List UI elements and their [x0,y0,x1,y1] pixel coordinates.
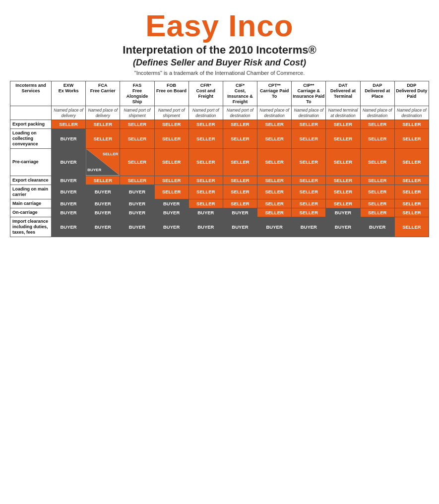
row-label: Loading on collecting conveyance [10,129,52,148]
table-cell: BUYER [257,217,292,237]
table-cell: SELLER [120,176,154,185]
table-row: Pre-carriageBUYER BUYER SELLER SELLERSEL… [10,148,429,176]
table-cell: BUYER [223,217,257,237]
table-cell: SELLER [188,120,223,128]
row-label: Loading on main carrier [10,185,52,199]
table-cell: SELLER [257,148,292,176]
table-cell: BUYER [120,199,154,208]
table-cell: SELLER [257,185,292,199]
table-cell: SELLER [154,176,188,185]
table-cell: SELLER [223,185,257,199]
subtitle: Interpretation of the 2010 Incoterms® [123,44,316,57]
table-cell: SELLER [120,120,154,128]
table-cell: SELLER [223,129,257,148]
sub-header-exw: Named place of delivery [52,106,86,120]
table-cell: SELLER [188,199,223,208]
table-cell: BUYER [52,148,86,176]
row-label: Import clearance including duties, taxes… [10,217,52,237]
table-cell: BUYER SELLER [86,148,120,176]
table-cell: SELLER [257,120,292,128]
table-cell: SELLER [86,120,120,128]
table-cell: BUYER [120,217,154,237]
table-cell: BUYER [326,217,360,237]
table-cell: SELLER [360,185,394,199]
row-label: On-carriage [10,208,52,217]
table-cell: BUYER [154,208,188,217]
table-cell: BUYER [86,185,120,199]
sub-header-fas: Named port of shipment [120,106,154,120]
column-header-row: Incoterms and Services EXWEx Works FCAFr… [10,81,429,106]
sub-header-dap: Named place of destination [360,106,394,120]
col-header-ddp: DDPDelivered Duty Paid [394,81,429,106]
table-row: On-carriageBUYERBUYERBUYERBUYERBUYERBUYE… [10,208,429,217]
sub-header-fob: Named port of shipment [154,106,188,120]
table-cell: SELLER [188,176,223,185]
table-cell: SELLER [223,148,257,176]
table-cell: BUYER [52,176,86,185]
table-cell: SELLER [120,129,154,148]
incoterms-table: Incoterms and Services EXWEx Works FCAFr… [10,81,429,237]
table-cell: SELLER [394,129,429,148]
table-cell: SELLER [292,208,326,217]
table-cell: SELLER [154,129,188,148]
table-cell: SELLER [154,148,188,176]
table-cell: SELLER [394,185,429,199]
table-cell: SELLER [292,176,326,185]
table-cell: SELLER [86,129,120,148]
sub-header-row: Named place of delivery Named place of d… [10,106,429,120]
table-row: Export packingSELLERSELLERSELLERSELLERSE… [10,120,429,128]
col-header-fca: FCAFree Carrier [86,81,120,106]
table-cell: SELLER [394,199,429,208]
table-cell: BUYER [292,217,326,237]
table-cell: BUYER [120,185,154,199]
table-cell: SELLER [188,129,223,148]
subtitle-italic: (Defines Seller and Buyer Risk and Cost) [133,58,306,68]
table-row: Loading on collecting conveyanceBUYERSEL… [10,129,429,148]
sub-header-dat: Named terminal at destination [326,106,360,120]
table-cell: SELLER [120,148,154,176]
table-cell: SELLER [292,148,326,176]
page-title: Easy Inco [145,9,293,43]
table-cell: SELLER [292,185,326,199]
table-cell: SELLER [292,129,326,148]
table-cell: BUYER [188,217,223,237]
table-cell: SELLER [326,148,360,176]
incoterms-label-header: Incoterms and Services [10,81,52,106]
table-cell: BUYER [326,208,360,217]
col-header-dap: DAPDelivered at Place [360,81,394,106]
sub-header-cip: Named place of destination [292,106,326,120]
table-cell: BUYER [120,208,154,217]
table-cell: SELLER [52,120,86,128]
table-cell: SELLER [326,120,360,128]
table-cell: BUYER [86,217,120,237]
table-cell: SELLER [326,176,360,185]
table-cell: SELLER [292,199,326,208]
sub-header-cpt: Named place of destination [257,106,292,120]
table-cell: BUYER [154,199,188,208]
table-cell: SELLER [292,120,326,128]
col-header-cfr: CFR*Cost and Freight [188,81,223,106]
table-cell: SELLER [326,129,360,148]
col-header-cif: CIF*Cost, Insurance & Freight [223,81,257,106]
table-cell: BUYER [52,217,86,237]
table-row: Import clearance including duties, taxes… [10,217,429,237]
col-header-fas: FASFree Alongside Ship [120,81,154,106]
table-cell: SELLER [394,120,429,128]
sub-header-fca: Named place of delivery [86,106,120,120]
table-cell: SELLER [257,176,292,185]
table-cell: SELLER [86,176,120,185]
col-header-cip: CIP**Carriage & Insurance Paid To [292,81,326,106]
table-cell: SELLER [360,199,394,208]
table-cell: SELLER [360,129,394,148]
sub-header-cif: Named port of destination [223,106,257,120]
table-cell: BUYER [223,208,257,217]
table-cell: SELLER [360,148,394,176]
row-label: Main carriage [10,199,52,208]
table-cell: BUYER [52,199,86,208]
table-cell: SELLER [360,176,394,185]
table-cell: SELLER [394,176,429,185]
table-row: Loading on main carrierBUYERBUYERBUYERSE… [10,185,429,199]
table-cell: BUYER [86,199,120,208]
table-cell: SELLER [257,208,292,217]
table-cell: SELLER [326,185,360,199]
